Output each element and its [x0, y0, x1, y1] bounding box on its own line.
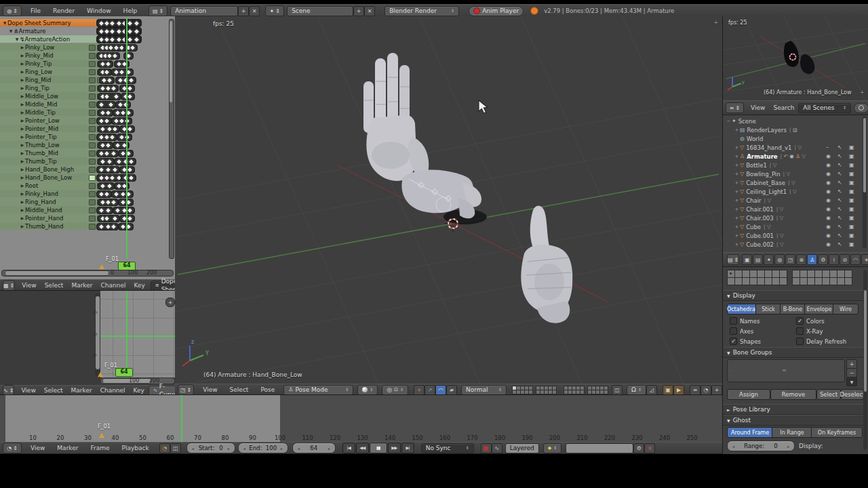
restrict-eye-icon[interactable]: ◉: [826, 162, 831, 168]
expand-icon[interactable]: ▶: [20, 159, 25, 163]
bone-groups-list[interactable]: · ≡: [727, 359, 845, 382]
dopesheet-channel-row[interactable]: ▶Pointer_Low: [0, 117, 168, 125]
render-opengl-anim-icon[interactable]: ▶: [673, 385, 684, 395]
dopesheet-channel-row[interactable]: ▶Ring_Tip: [0, 84, 168, 92]
outliner-item-cabinet-base[interactable]: +▽Cabinet_Base| ▽: [723, 178, 868, 187]
restrict-eye-icon[interactable]: ◉: [826, 241, 831, 247]
checkbox-colors[interactable]: ✓Colors: [796, 317, 825, 325]
menubar-item[interactable]: Help: [117, 7, 144, 14]
layered-recording-button[interactable]: Layered: [505, 443, 539, 453]
frame-end-field[interactable]: ◂ End: 100 ▸: [238, 443, 288, 453]
next-keyframe-button[interactable]: ▶▶: [388, 443, 401, 453]
armature-layer-toggle[interactable]: [844, 277, 852, 285]
delete-keyframes-icon[interactable]: ×: [644, 443, 655, 453]
outliner-item-cube[interactable]: +▽Cube| ▽: [723, 222, 868, 231]
hand-mesh-open[interactable]: [363, 53, 429, 181]
hand-armature-posed[interactable]: [401, 170, 487, 225]
expand-icon[interactable]: ▶: [20, 183, 25, 188]
draw-type-stick[interactable]: Stick: [755, 304, 781, 314]
layer-toggle[interactable]: [604, 390, 608, 394]
restrict-render-icon[interactable]: ▣: [849, 206, 854, 212]
restrict-select-icon[interactable]: ↖: [837, 241, 842, 247]
restrict-select-icon[interactable]: ↖: [837, 188, 842, 195]
previous-keyframe-button[interactable]: ◀◀: [356, 443, 369, 453]
wrench-icon[interactable]: [89, 69, 96, 75]
ghost-type-around-frame[interactable]: Around Frame: [727, 427, 773, 438]
dopesheet-channel-row[interactable]: ▶Ring_Hand: [0, 198, 168, 206]
expand-icon[interactable]: ▶: [20, 175, 25, 180]
editor-type-button[interactable]: ◍⇕: [3, 5, 22, 16]
timeline-playhead[interactable]: [181, 395, 182, 443]
transform-orientation-selector[interactable]: Normal⇕: [461, 385, 507, 395]
tab-scene[interactable]: ✦: [764, 254, 774, 265]
wrench-icon[interactable]: [89, 85, 96, 92]
expand-icon[interactable]: ▶: [20, 216, 25, 220]
increment-icon[interactable]: ▸: [328, 446, 330, 451]
menubar-item[interactable]: Marker: [67, 387, 96, 394]
restrict-render-icon[interactable]: ▣: [849, 241, 854, 247]
wrench-icon[interactable]: [89, 126, 96, 132]
ghost-type-on-keyframes[interactable]: On Keyframes: [811, 427, 863, 438]
jump-to-end-button[interactable]: ▶|: [401, 443, 414, 453]
restrict-select-icon[interactable]: ↖: [837, 171, 842, 177]
expand-icon[interactable]: ▶: [20, 199, 25, 204]
restrict-render-icon[interactable]: ▣: [849, 171, 854, 177]
tab-render-layers[interactable]: ▤: [753, 254, 763, 265]
menubar-item[interactable]: Marker: [67, 282, 96, 289]
jump-to-start-button[interactable]: |◀: [342, 443, 355, 453]
wrench-icon[interactable]: [89, 110, 96, 116]
dopesheet-vscrollbar[interactable]: [169, 19, 174, 259]
wrench-icon[interactable]: [89, 53, 96, 59]
auto-keyframe-record-icon[interactable]: [481, 443, 492, 453]
menubar-item[interactable]: Channel: [96, 387, 130, 394]
viewport-3d[interactable]: z Y fps: 25 (64) Armature : Hand_Bone_Lo…: [175, 16, 722, 384]
checkbox-x-ray[interactable]: X-Ray: [796, 327, 823, 335]
outliner-item-16834-hand-v1[interactable]: +▽16834_hand_v1| ▽: [723, 143, 868, 152]
fcurve-current-frame-badge[interactable]: 64: [115, 368, 133, 377]
expand-icon[interactable]: ▶: [20, 150, 25, 155]
collapse-icon[interactable]: ▼: [2, 20, 7, 25]
pause-button[interactable]: ▮▮: [370, 443, 387, 453]
snap-element-icon[interactable]: ◿: [646, 385, 657, 395]
decrement-icon[interactable]: ◂: [192, 446, 194, 451]
restrict-render-icon[interactable]: ▣: [849, 153, 854, 159]
layer-toggle[interactable]: [528, 390, 533, 394]
increment-icon[interactable]: ▸: [228, 446, 230, 451]
restrict-eye-icon[interactable]: ◉: [826, 215, 831, 221]
restrict-render-icon[interactable]: ▣: [849, 188, 854, 195]
tab-object[interactable]: ◳: [785, 254, 795, 265]
manipulator-rotate-icon[interactable]: ◠: [435, 385, 446, 395]
expand-icon[interactable]: ▶: [20, 69, 25, 74]
wrench-icon[interactable]: [89, 183, 96, 189]
menubar-item[interactable]: Select: [40, 387, 67, 394]
menubar-item[interactable]: Render: [47, 7, 81, 14]
menubar-item[interactable]: View: [18, 282, 40, 289]
outliner-item-renderlayers[interactable]: +▤RenderLayers| ▨: [723, 125, 868, 134]
tab-render[interactable]: ▣: [742, 254, 752, 265]
keying-mode-icon[interactable]: ∿: [492, 443, 502, 453]
channel-label-group[interactable]: ▼Dope Sheet Summary: [0, 19, 97, 26]
wrench-icon[interactable]: [89, 216, 96, 222]
expand-icon[interactable]: +: [734, 145, 740, 150]
proportional-edit-icon[interactable]: ◔: [701, 385, 711, 395]
menubar-item[interactable]: Window: [81, 7, 117, 14]
restrict-eye-icon[interactable]: ◉: [826, 188, 831, 195]
region-expand-icon[interactable]: +: [860, 89, 865, 96]
collapse-icon[interactable]: ▼: [8, 28, 14, 33]
editor-type-button[interactable]: ◳⇕: [178, 384, 194, 395]
scene-icon-button[interactable]: ✦⇕: [265, 5, 284, 16]
active-keying-set-field[interactable]: [566, 443, 633, 453]
outliner-item-chair-001[interactable]: +▽Chair.001| ▽: [723, 205, 868, 214]
restrict-select-icon[interactable]: ↖: [837, 206, 842, 212]
restrict-render-icon[interactable]: ▣: [849, 180, 854, 186]
dopesheet-channel-row[interactable]: ▶Middle_Mid: [0, 100, 168, 108]
pose-library-section-header[interactable]: ►Pose Library: [723, 404, 865, 415]
expand-icon[interactable]: ▶: [20, 224, 25, 228]
timeline-editor[interactable]: 1020304050607080901001101201301401501601…: [0, 394, 722, 443]
dopesheet-channel-row[interactable]: ▶Pointer_Mid: [0, 125, 168, 133]
dopesheet-channel-row[interactable]: ▶Thumb_Tip: [0, 157, 168, 165]
collapse-icon[interactable]: ▼: [14, 37, 20, 41]
dopesheet-channel-row[interactable]: ▶Middle_Hand: [0, 206, 168, 214]
expand-icon[interactable]: ▶: [20, 142, 25, 147]
menubar-item[interactable]: Pose: [254, 386, 281, 393]
